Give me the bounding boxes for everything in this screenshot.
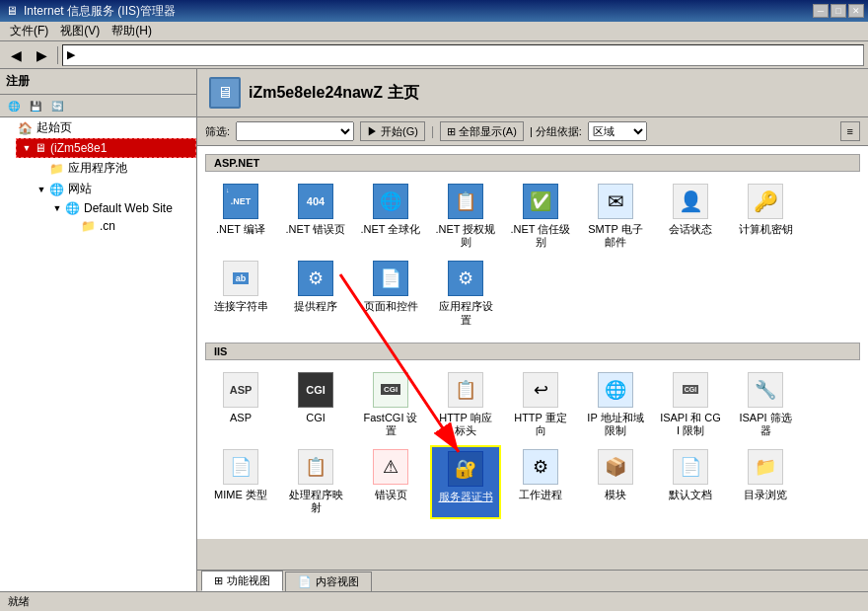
icon-net-compile[interactable]: ↓ .NET .NET 编译	[205, 180, 276, 253]
status-bar: 就绪	[0, 591, 868, 611]
icon-net-global-label: .NET 全球化	[361, 223, 421, 236]
icon-net-auth-label: .NET 授权规则	[434, 223, 497, 249]
icon-net-error[interactable]: 404 .NET 错误页	[280, 180, 351, 253]
icon-http-redirect[interactable]: ↩ HTTP 重定向	[505, 368, 576, 441]
icon-connection[interactable]: ab 连接字符串	[205, 257, 276, 330]
menu-view[interactable]: 视图(V)	[54, 21, 106, 41]
icon-server-cert[interactable]: 🔐 服务器证书	[430, 445, 501, 518]
icon-smtp[interactable]: ✉ SMTP 电子邮件	[580, 180, 651, 253]
tree-item-sites[interactable]: ▼ 🌐 网站	[32, 179, 196, 199]
icon-net-auth[interactable]: 📋 .NET 授权规则	[430, 180, 501, 253]
sidebar-btn-refresh[interactable]: 🔄	[47, 97, 67, 115]
icon-http-headers[interactable]: 📋 HTTP 响应标头	[430, 368, 501, 441]
tree-item-start[interactable]: 🏠 起始页	[0, 117, 196, 138]
icon-default-doc-label: 默认文档	[669, 489, 712, 501]
icon-ip-restrict-label: IP 地址和域限制	[584, 412, 647, 437]
icon-asp-label: ASP	[230, 412, 252, 424]
icon-pages-label: 页面和控件	[364, 300, 418, 313]
icon-providers[interactable]: ⚙ 提供程序	[280, 257, 351, 330]
status-text: 就绪	[8, 594, 30, 609]
icon-fastcgi-label: FastCGI 设置	[359, 412, 422, 437]
filter-show-all-btn[interactable]: ⊞ 全部显示(A)	[440, 121, 524, 141]
content-area: 🖥 iZm5e8ele24nawZ 主页 筛选: ▶ 开始(G) | ⊞ 全部显…	[197, 69, 868, 591]
icon-cgi[interactable]: CGI CGI	[280, 368, 351, 441]
icon-ip-restrict[interactable]: 🌐 IP 地址和域限制	[580, 368, 651, 441]
icon-http-headers-label: HTTP 响应标头	[434, 412, 497, 437]
icon-handler[interactable]: 📋 处理程序映射	[280, 445, 351, 518]
minimize-button[interactable]: ─	[813, 4, 829, 18]
icon-dir-browse[interactable]: 📁 目录浏览	[730, 445, 801, 518]
tab-feature-view-label: 功能视图	[227, 573, 270, 588]
menu-help[interactable]: 帮助(H)	[106, 21, 158, 41]
icon-http-redirect-label: HTTP 重定向	[509, 412, 572, 437]
icon-session-label: 会话状态	[669, 223, 712, 236]
icon-default-doc[interactable]: 📄 默认文档	[655, 445, 726, 518]
sidebar: 注册 🌐 💾 🔄 🏠 起始页 ▼ 🖥 (iZm5e8e1	[0, 69, 197, 591]
icon-server-cert-label: 服务器证书	[439, 491, 493, 503]
forward-button[interactable]: ▶	[30, 44, 53, 66]
sidebar-btn-save[interactable]: 💾	[26, 97, 45, 115]
icon-app-settings[interactable]: ⚙ 应用程序设置	[430, 257, 501, 330]
icon-isapi-cgi-label: ISAPI 和 CGI 限制	[659, 412, 722, 437]
icon-cgi-label: CGI	[306, 412, 326, 424]
icons-area: ASP.NET ↓ .NET .NET 编译	[197, 146, 868, 539]
title-bar-icon: 🖥	[4, 3, 20, 19]
sidebar-btn-globe[interactable]: 🌐	[4, 97, 24, 115]
icon-worker-label: 工作进程	[519, 489, 562, 501]
close-button[interactable]: ✕	[848, 4, 864, 18]
icon-machine-key-label: 计算机密钥	[739, 223, 793, 236]
icon-session[interactable]: 👤 会话状态	[655, 180, 726, 253]
sidebar-toolbar: 🌐 💾 🔄	[0, 95, 196, 117]
tab-content-view[interactable]: 📄 内容视图	[285, 572, 372, 591]
back-button[interactable]: ◀	[4, 44, 28, 66]
icon-mime[interactable]: 📄 MIME 类型	[205, 445, 276, 518]
icon-machine-key[interactable]: 🔑 计算机密钥	[730, 180, 801, 253]
icon-worker[interactable]: ⚙ 工作进程	[505, 445, 576, 518]
tab-content-view-icon: 📄	[298, 575, 312, 588]
icon-providers-label: 提供程序	[294, 300, 337, 313]
icon-dir-browse-label: 目录浏览	[744, 489, 787, 501]
tab-feature-view[interactable]: ⊞ 功能视图	[201, 571, 283, 591]
icon-mime-label: MIME 类型	[214, 489, 267, 501]
filter-group-select[interactable]: 区域	[588, 121, 647, 141]
icon-net-error-label: .NET 错误页	[286, 223, 346, 236]
sidebar-header: 注册	[0, 69, 196, 95]
icon-net-trust[interactable]: ✅ .NET 信任级别	[505, 180, 576, 253]
tree: 🏠 起始页 ▼ 🖥 (iZm5e8e1 📁 应用程序池 ▼ 🌐 网站	[0, 117, 196, 235]
icon-handler-label: 处理程序映射	[284, 489, 347, 514]
icon-error-pages[interactable]: ⚠ 错误页	[355, 445, 426, 518]
filter-group-label: | 分组依据:	[530, 124, 582, 139]
menu-file[interactable]: 文件(F)	[4, 21, 54, 41]
tree-item-apppool[interactable]: 📁 应用程序池	[32, 158, 196, 179]
content-header-icon: 🖥	[209, 77, 241, 109]
icon-smtp-label: SMTP 电子邮件	[584, 223, 647, 249]
icon-pages[interactable]: 📄 页面和控件	[355, 257, 426, 330]
tree-item-server[interactable]: ▼ 🖥 (iZm5e8e1	[16, 138, 196, 158]
icon-connection-label: 连接字符串	[214, 300, 268, 313]
title-bar: 🖥 Internet 信息服务 (IIS)管理器 ─ □ ✕	[0, 0, 868, 22]
icon-app-settings-label: 应用程序设置	[434, 300, 497, 326]
filter-view-btn[interactable]: ≡	[840, 121, 860, 141]
address-bar[interactable]: ▶	[62, 44, 864, 66]
icon-net-compile-label: .NET 编译	[216, 223, 265, 236]
filter-start-btn[interactable]: ▶ 开始(G)	[360, 121, 425, 141]
section-aspnet: ASP.NET	[205, 154, 860, 172]
bottom-tabs: ⊞ 功能视图 📄 内容视图	[197, 570, 868, 591]
icon-modules[interactable]: 📦 模块	[580, 445, 651, 518]
icon-isapi-filter[interactable]: 🔧 ISAPI 筛选器	[730, 368, 801, 441]
content-header: 🖥 iZm5e8ele24nawZ 主页	[197, 69, 868, 117]
maximize-button[interactable]: □	[831, 4, 846, 18]
icon-asp[interactable]: ASP ASP	[205, 368, 276, 441]
section-iis: IIS	[205, 343, 860, 360]
icon-fastcgi[interactable]: CGI FastCGI 设置	[355, 368, 426, 441]
menu-bar: 文件(F) 视图(V) 帮助(H)	[0, 22, 868, 41]
icon-modules-label: 模块	[605, 489, 626, 501]
tree-item-cn[interactable]: 📁 .cn	[63, 217, 196, 235]
icon-error-pages-label: 错误页	[375, 489, 407, 501]
icon-isapi-cgi[interactable]: CGI ISAPI 和 CGI 限制	[655, 368, 726, 441]
toolbar: ◀ ▶ ▶	[0, 41, 868, 69]
tab-feature-view-icon: ⊞	[214, 574, 223, 587]
tree-item-default-site[interactable]: ▼ 🌐 Default Web Site	[47, 199, 196, 217]
filter-select[interactable]	[236, 121, 354, 141]
icon-net-global[interactable]: 🌐 .NET 全球化	[355, 180, 426, 253]
